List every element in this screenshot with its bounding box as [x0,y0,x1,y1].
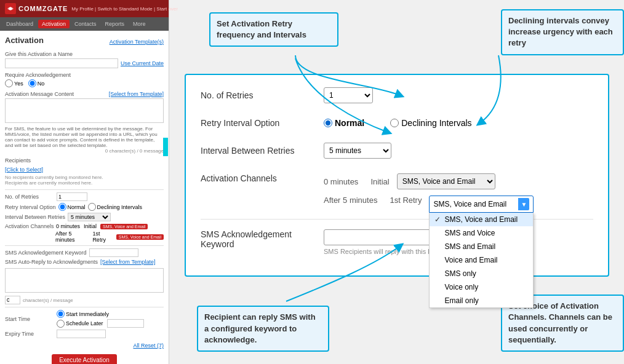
retries-content: 1 2 3 [324,87,593,103]
start-immediately-radio[interactable]: Start Immediately [57,310,144,318]
sms-section: SMS Acknowledgement Keyword SMS Recipien… [201,219,593,255]
dropdown-menu: ✓ SMS, Voice and Email SMS and Voice SMS… [429,213,534,308]
autoreply-count[interactable] [5,296,20,304]
interval-select[interactable]: 5 minutes 10 minutes 15 minutes 30 minut… [324,143,391,159]
select-template-link[interactable]: [Select from Template] [109,91,164,98]
channels-content: 0 minutes Initial SMS, Voice and Email S… [324,173,593,213]
svg-point-0 [9,7,12,10]
left-sms-keyword-row: SMS Acknowledgement Keyword [5,248,164,257]
sms-keyword-input[interactable] [324,229,447,245]
dropdown-item-5[interactable]: Voice only [430,280,533,294]
activation-name-input[interactable] [5,58,118,68]
dropdown-arrow-icon: ▼ [518,198,529,210]
char-count: 0 character(s) / 0 message [5,148,164,154]
normal-label: Normal [335,118,364,128]
left-interval-select[interactable]: 5 minutes 10 minutes [68,213,111,221]
template-link[interactable]: Activation Template(s) [110,39,164,45]
panel-content: Activation Activation Template(s) Give t… [0,31,169,364]
dropdown-item-1[interactable]: SMS and Voice [430,226,533,240]
nav-contacts[interactable]: Contacts [71,20,100,28]
interval-label: Interval Between Retries [201,146,324,156]
logo-icon [5,3,16,14]
main-form-area: No. of Retries 1 2 3 Retry Interval Opti… [185,74,609,277]
retries-label: No. of Retries [201,90,324,100]
dropdown-item-3[interactable]: Voice and Email [430,253,533,267]
left-retry-label: 1st Retry [92,231,112,243]
nav-activation[interactable]: Activation [38,20,70,28]
check-icon: ✓ [434,215,442,224]
cyan-highlight-bar [163,138,168,156]
retry-interval-row: Retry Interval Option Normal Declining I… [201,118,593,128]
start-options: Start Immediately Schedule Later [57,310,144,328]
execute-activation-btn[interactable]: Execute Activation [52,354,117,364]
dropdown-item-0[interactable]: ✓ SMS, Voice and Email [430,213,533,226]
start-time-row: Start Time Start Immediately Schedule La… [5,310,164,328]
autoreply-unit: character(s) / message [23,298,73,303]
retry-interval-label: Retry Interval Option [201,118,324,128]
dropdown-item-2[interactable]: SMS and Email [430,240,533,253]
ack-yes[interactable]: Yes [5,79,23,87]
callout-top-left: Set Activation Retry frequency and Inter… [209,12,338,47]
left-autoreply-row: SMS Auto-Reply to Acknowledgments [Selec… [5,259,164,265]
dropdown-item-6[interactable]: Email only [430,294,533,307]
selected-channel: SMS, Voice and Email [433,200,506,208]
ack-section: Require Acknowledgement Yes No [5,72,164,87]
left-after-row: After 5 minutes 1st Retry SMS, Voice and… [5,231,164,243]
left-autoreply-template[interactable]: [Select from Template] [100,259,155,265]
left-declining-radio[interactable]: Declining Intervals [88,203,143,211]
normal-radio-option[interactable]: Normal [324,118,364,128]
use-current-date-link[interactable]: Use Current Date [121,60,164,66]
channels-row: Activation Channels 0 minutes Initial SM… [201,173,593,213]
char-info-text: For SMS, the feature to use will be dete… [5,126,158,148]
click-to-select-link[interactable]: [Click to Select] [5,167,43,173]
left-sms-keyword-input[interactable] [89,248,138,257]
reset-section: All Reset (7) [5,341,164,349]
recipients-note: Recipients are currently monitored here. [5,180,164,186]
nav-reports[interactable]: Reports [102,20,129,28]
dropdown-trigger[interactable]: SMS, Voice and Email ▼ [429,196,534,213]
left-initial-channel-btn[interactable]: SMS, Voice and Email [100,224,148,229]
ack-label: Require Acknowledgement [5,72,164,78]
name-section: Give this Activation a Name Use Current … [5,51,164,68]
dropdown-item-4[interactable]: SMS only [430,267,533,280]
declining-radio-option[interactable]: Declining Intervals [390,118,471,128]
reset-link[interactable]: All Reset (7) [133,342,164,349]
panel-title: Activation [5,36,44,45]
message-label: Activation Message Content [5,91,74,97]
expiry-input[interactable] [57,330,106,338]
initial-channel-select[interactable]: SMS, Voice and Email SMS and Voice SMS a… [397,173,495,189]
initial-channel-row: 0 minutes Initial SMS, Voice and Email S… [324,173,593,189]
callout-bottom-left: Recipient can reply SMS with a configure… [197,306,329,352]
right-panel: Set Activation Retry frequency and Inter… [172,0,624,364]
retry-channel-row: After 5 minutes 1st Retry SMS, Voice and… [324,196,593,213]
initial-channel-label: Initial [370,177,389,186]
schedule-later-radio[interactable]: Schedule Later [57,319,144,328]
message-textarea[interactable] [5,98,164,123]
recipients-label: Recipients [5,157,164,164]
schedule-date-input[interactable] [107,319,144,328]
left-autoreply-label: SMS Auto-Reply to Acknowledgments [5,259,98,265]
first-retry-label: 1st Retry [390,196,422,205]
interval-row: Interval Between Retries 5 minutes 10 mi… [201,143,593,159]
left-retry-interval-label: Retry Interval Option [5,204,56,210]
left-channels-label: Activation Channels [5,223,54,229]
retries-select[interactable]: 1 2 3 [324,87,373,103]
nav-more[interactable]: More [129,20,150,28]
ack-no[interactable]: No [28,79,45,87]
left-autoreply-textarea[interactable] [5,268,164,293]
left-retries-row: No. of Retries [5,192,164,201]
top-bar-links[interactable]: My Profile | Switch to Standard Mode | S… [71,6,178,12]
left-retry-channel-btn[interactable]: SMS, Voice and Email [116,234,164,240]
left-initial-time: 0 minutes [56,223,80,229]
expiry-row: Expiry Time [5,330,164,338]
nav-dashboard[interactable]: Dashboard [2,20,37,28]
declining-label: Declining Intervals [401,118,471,128]
left-interval-label: Interval Between Retries [5,214,65,220]
no-recipients-text: No recipients currently being monitored … [5,175,164,180]
recipients-section: Recipients [Click to Select] No recipien… [5,157,164,186]
logo-text: COMMZGATE [18,5,68,12]
retry-channel-dropdown[interactable]: SMS, Voice and Email ▼ ✓ SMS, Voice and … [429,196,534,213]
logo: COMMZGATE [5,3,68,14]
left-normal-radio[interactable]: Normal [58,203,86,211]
left-retries-input[interactable] [57,192,87,201]
